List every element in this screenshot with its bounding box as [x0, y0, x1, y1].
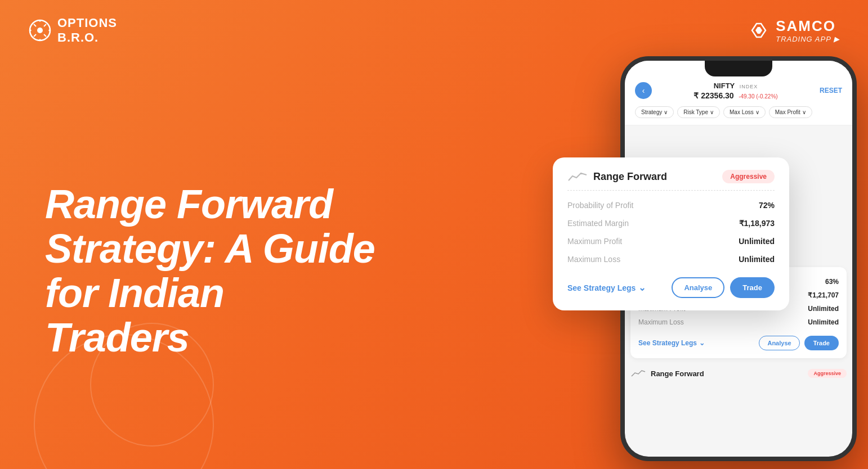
floating-card-title: Range Forward [593, 171, 667, 183]
floating-margin-label: Estimated Margin [567, 219, 629, 228]
nifty-label: NIFTY INDEX [693, 80, 777, 91]
chevron-down-icon: ∨ [664, 109, 668, 115]
floating-margin-value: ₹1,18,973 [739, 219, 775, 228]
phone-area: ‹ NIFTY INDEX ₹ 22356.30 -49.30 (-0.22%) [587, 56, 857, 461]
page-wrapper: OPTIONSB.R.O. SAMCO TRADING APP ▶ Range … [0, 0, 868, 469]
card-footer-2: See Strategy Legs ⌄ Analyse Trade [638, 336, 839, 350]
filter-strategy[interactable]: Strategy ∨ [635, 106, 674, 118]
floating-max-profit-value: Unlimited [739, 237, 775, 246]
svg-point-1 [37, 28, 43, 33]
see-strategy-legs-button[interactable]: See Strategy Legs ⌄ [567, 282, 646, 293]
see-legs-label: See Strategy Legs [567, 283, 636, 292]
phone-nav: ‹ NIFTY INDEX ₹ 22356.30 -49.30 (-0.22%) [635, 80, 842, 101]
floating-max-profit-label: Maximum Profit [567, 237, 622, 246]
third-card-name-row: Range Forward [630, 368, 704, 378]
svg-line-2 [34, 24, 36, 26]
filter-risk-type[interactable]: Risk Type ∨ [677, 106, 720, 118]
floating-card-header: Range Forward Aggressive [567, 170, 775, 183]
samco-text-block: SAMCO TRADING APP ▶ [776, 17, 840, 43]
headline-line3: for Indian [45, 270, 224, 315]
floating-analyse-button[interactable]: Analyse [672, 277, 724, 298]
options-bro-icon [28, 19, 52, 42]
samco-name: SAMCO [776, 17, 840, 35]
back-button[interactable]: ‹ [635, 82, 652, 99]
floating-max-loss-label: Maximum Loss [567, 255, 620, 264]
nifty-change: -49.30 (-0.22%) [739, 93, 777, 100]
svg-line-3 [44, 34, 46, 37]
headline-line2: Strategy: A Guide [45, 226, 375, 271]
floating-probability-value: 72% [759, 201, 775, 210]
logo-text: OPTIONSB.R.O. [57, 16, 117, 46]
chevron-down-icon-2: ∨ [710, 109, 714, 115]
chevron-down-icon-4: ∨ [802, 109, 806, 115]
margin-value-2: ₹1,21,707 [808, 291, 839, 299]
action-buttons-2: Analyse Trade [759, 336, 839, 350]
card-row-max-loss-2: Maximum Loss Unlimited [638, 315, 839, 329]
floating-card: Range Forward Aggressive Probability of … [553, 157, 789, 310]
floating-divider [567, 190, 775, 191]
nifty-price: ₹ 22356.30 [693, 91, 733, 100]
floating-row-probability: Probability of Profit 72% [567, 196, 775, 214]
headline-line1: Range Forward [45, 182, 333, 227]
max-loss-value-2: Unlimited [808, 318, 839, 326]
samco-logo: SAMCO TRADING APP ▶ [748, 17, 840, 43]
floating-action-buttons: Analyse Trade [672, 277, 775, 298]
floating-chart-icon [567, 170, 588, 183]
filter-max-profit[interactable]: Max Profit ∨ [769, 106, 812, 118]
floating-row-max-profit: Maximum Profit Unlimited [567, 232, 775, 250]
samco-subtitle: TRADING APP ▶ [776, 35, 840, 43]
third-card-name: Range Forward [651, 369, 704, 378]
headline-text: Range Forward Strategy: A Guide for Indi… [45, 182, 383, 360]
chevron-down-icon-legs-2: ⌄ [699, 339, 705, 347]
max-loss-label-2: Maximum Loss [638, 318, 684, 326]
samco-icon [748, 19, 770, 42]
floating-aggressive-badge: Aggressive [722, 170, 775, 183]
floating-row-margin: Estimated Margin ₹1,18,973 [567, 214, 775, 232]
chevron-down-icon-legs: ⌄ [638, 282, 646, 293]
floating-max-loss-value: Unlimited [739, 255, 775, 264]
headline-line4: Traders [45, 315, 189, 360]
max-profit-value-2: Unlimited [808, 305, 839, 313]
third-aggressive-badge: Aggressive [808, 369, 847, 378]
nifty-price-row: ₹ 22356.30 -49.30 (-0.22%) [693, 91, 777, 101]
chevron-down-icon-3: ∨ [755, 109, 759, 115]
reset-button[interactable]: RESET [820, 87, 842, 94]
trade-button-2[interactable]: Trade [804, 336, 839, 350]
svg-line-4 [44, 24, 46, 26]
svg-line-5 [34, 34, 36, 37]
third-chart-icon [630, 368, 646, 378]
options-bro-logo: OPTIONSB.R.O. [28, 16, 117, 46]
floating-name-row: Range Forward [567, 170, 667, 183]
header: OPTIONSB.R.O. SAMCO TRADING APP ▶ [0, 0, 868, 61]
see-legs-button-2[interactable]: See Strategy Legs ⌄ [638, 339, 705, 347]
filter-max-loss[interactable]: Max Loss ∨ [723, 106, 766, 118]
probability-value-2: 63% [825, 278, 839, 286]
floating-probability-label: Probability of Profit [567, 201, 634, 210]
nifty-info: NIFTY INDEX ₹ 22356.30 -49.30 (-0.22%) [693, 80, 777, 101]
phone-notch [705, 61, 772, 76]
see-legs-label-2: See Strategy Legs [638, 339, 697, 347]
analyse-button-2[interactable]: Analyse [759, 336, 799, 350]
floating-footer: See Strategy Legs ⌄ Analyse Trade [567, 277, 775, 298]
headline-block: Range Forward Strategy: A Guide for Indi… [45, 182, 383, 360]
nifty-name: NIFTY [714, 82, 735, 90]
floating-row-max-loss: Maximum Loss Unlimited [567, 250, 775, 268]
nifty-type: INDEX [740, 84, 758, 89]
third-card-header: Range Forward Aggressive [625, 364, 852, 381]
filter-row: Strategy ∨ Risk Type ∨ Max Loss ∨ Max Pr… [635, 106, 842, 118]
floating-trade-button[interactable]: Trade [730, 277, 775, 298]
